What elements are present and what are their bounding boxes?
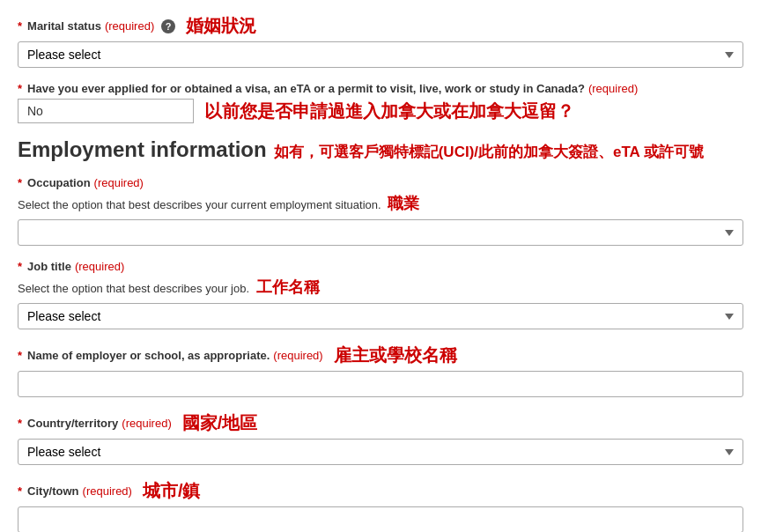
job-title-description: Select the option that best describes yo… [18, 277, 743, 298]
marital-status-annotation: 婚姻狀況 [186, 14, 256, 38]
city-required: (required) [83, 484, 132, 498]
city-label-text: City/town [27, 484, 79, 498]
employer-asterisk: * [18, 349, 22, 362]
employment-section-title: Employment information [18, 137, 267, 162]
employment-section-header: Employment information 如有，可選客戶獨特標記(UCI)/… [18, 137, 743, 162]
visa-asterisk: * [18, 82, 22, 95]
marital-status-group: * Marital status (required) ? 婚姻狀況 Pleas… [18, 14, 743, 68]
occupation-label: * Occupation (required) [18, 176, 743, 189]
marital-status-label: * Marital status (required) ? 婚姻狀況 [18, 14, 743, 38]
city-annotation: 城市/鎮 [143, 479, 201, 503]
country-asterisk: * [18, 417, 22, 430]
employer-name-group: * Name of employer or school, as appropr… [18, 344, 743, 397]
occupation-asterisk: * [18, 176, 22, 189]
city-town-group: * City/town (required) 城市/鎮 [18, 479, 743, 532]
country-annotation: 國家/地區 [182, 411, 258, 435]
country-label: * Country/territory (required) 國家/地區 [18, 411, 743, 435]
job-title-required: (required) [75, 260, 124, 273]
job-title-label: * Job title (required) [18, 260, 743, 273]
marital-status-help-icon[interactable]: ? [161, 19, 175, 33]
marital-status-select[interactable]: Please select Single Married Common-Law … [18, 41, 743, 68]
occupation-annotation: 職業 [388, 195, 419, 212]
employment-section-annotation: 如有，可選客戶獨特標記(UCI)/此前的加拿大簽證、eTA 或許可號 [274, 142, 704, 162]
occupation-group: * Occupation (required) Select the optio… [18, 176, 743, 246]
city-town-label: * City/town (required) 城市/鎮 [18, 479, 743, 503]
marital-status-label-text: Marital status [27, 19, 101, 33]
job-title-annotation: 工作名稱 [256, 278, 320, 296]
city-town-input[interactable] [18, 506, 743, 532]
occupation-description: Select the option that best describes yo… [18, 193, 743, 214]
visa-label-text: Have you ever applied for or obtained a … [27, 82, 585, 95]
occupation-required: (required) [94, 176, 144, 189]
occupation-select[interactable]: Employed full-time Employed part-time Se… [18, 219, 743, 246]
employer-name-label: * Name of employer or school, as appropr… [18, 344, 743, 367]
country-group: * Country/territory (required) 國家/地區 Ple… [18, 411, 743, 465]
marital-status-required: (required) [105, 19, 154, 33]
job-title-group: * Job title (required) Select the option… [18, 260, 743, 329]
employer-required: (required) [273, 349, 322, 362]
country-label-text: Country/territory [27, 417, 118, 430]
employer-label-text: Name of employer or school, as appropria… [27, 349, 270, 362]
visa-applied-value: No [18, 99, 194, 123]
visa-applied-group: * Have you ever applied for or obtained … [18, 82, 743, 123]
job-title-label-text: Job title [27, 260, 71, 273]
visa-applied-label: * Have you ever applied for or obtained … [18, 82, 743, 95]
city-asterisk: * [18, 484, 22, 498]
job-title-asterisk: * [18, 260, 22, 273]
country-required: (required) [122, 417, 171, 430]
employer-annotation: 雇主或學校名稱 [334, 344, 457, 367]
visa-annotation: 以前您是否申請過進入加拿大或在加拿大逗留？ [204, 100, 574, 123]
visa-applied-row: No 以前您是否申請過進入加拿大或在加拿大逗留？ [18, 99, 743, 123]
job-title-select[interactable]: Please select Manager Engineer Teacher O… [18, 303, 743, 329]
country-select[interactable]: Please select Canada China Taiwan United… [18, 439, 743, 465]
marital-status-asterisk: * [18, 19, 22, 33]
occupation-label-text: Occupation [27, 176, 91, 189]
employer-name-input[interactable] [18, 371, 743, 397]
visa-required: (required) [588, 82, 638, 95]
